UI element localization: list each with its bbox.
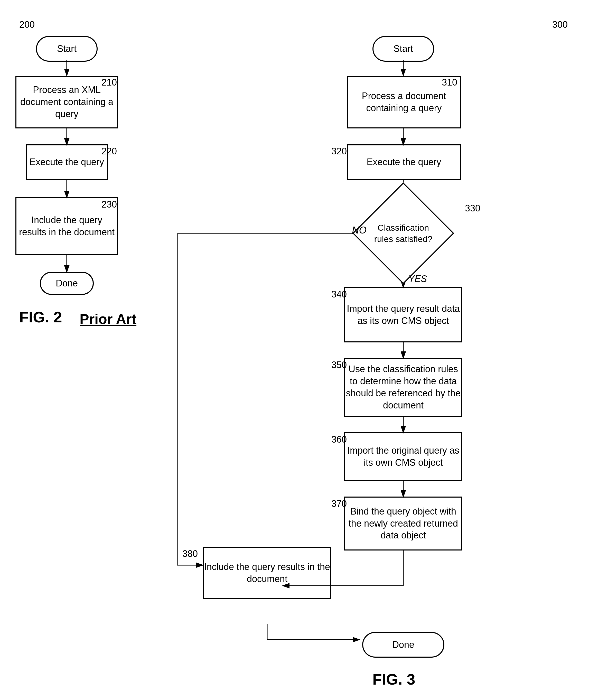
ref-300: 300 <box>552 19 568 30</box>
fig3-diamond330: Classification rules satisfied? <box>367 197 439 269</box>
fig3-step360: Import the original query as its own CMS… <box>344 432 462 481</box>
diagram-container: NO YES 200 Start 210 Process an XML docu… <box>0 0 589 700</box>
fig2-step230: Include the query results in the documen… <box>15 197 118 255</box>
fig3-step350: Use the classification rules to determin… <box>344 358 462 417</box>
fig3-start: Start <box>372 36 434 62</box>
fig3-step370: Bind the query object with the newly cre… <box>344 497 462 550</box>
fig3-label: FIG. 3 <box>372 671 415 688</box>
fig2-start: Start <box>36 36 97 62</box>
fig3-step310: Process a document containing a query <box>347 76 461 129</box>
diamond-yes-label: YES <box>408 274 427 284</box>
svg-text:NO: NO <box>0 0 14 2</box>
fig3-step340: Import the query result data as its own … <box>344 287 462 342</box>
prior-art-label: Prior Art <box>79 311 136 327</box>
fig2-step210: Process an XML document containing a que… <box>15 76 118 129</box>
fig3-done: Done <box>362 632 444 658</box>
svg-text:YES: YES <box>0 0 18 2</box>
fig2-label: FIG. 2 <box>19 308 62 326</box>
step330-label: 330 <box>465 203 480 214</box>
ref-200: 200 <box>19 19 35 30</box>
diamond-no-label: NO <box>352 225 367 236</box>
fig3-step380: Include the query results in the documen… <box>203 547 331 599</box>
step320-label: 320 <box>331 146 347 157</box>
fig2-done: Done <box>40 272 94 295</box>
fig2-step220: Execute the query <box>26 144 108 180</box>
step380-label: 380 <box>182 548 198 559</box>
fig3-step320: Execute the query <box>347 144 461 180</box>
